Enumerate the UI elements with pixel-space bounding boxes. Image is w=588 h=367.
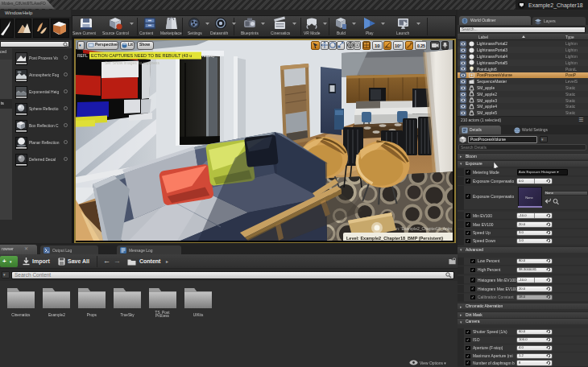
svg-text:ECTION CAPTURES NEED TO BE REB: ECTION CAPTURES NEED TO BE REBUILT (43 u (91, 53, 192, 58)
svg-text:nbuilt): nbuilt) (202, 53, 214, 58)
svg-text:0.25: 0.25 (417, 43, 425, 48)
svg-text:10°: 10° (395, 43, 401, 48)
svg-text:REFL: REFL (77, 52, 88, 57)
svg-text:Level: Example2_Chapter18_BMP: Level: Example2_Chapter18_BMP (Persisten… (346, 235, 443, 240)
svg-text:Set 'Show images' to suppress: Set 'Show images' to suppress (105, 60, 160, 64)
svg-text:10: 10 (375, 43, 380, 48)
